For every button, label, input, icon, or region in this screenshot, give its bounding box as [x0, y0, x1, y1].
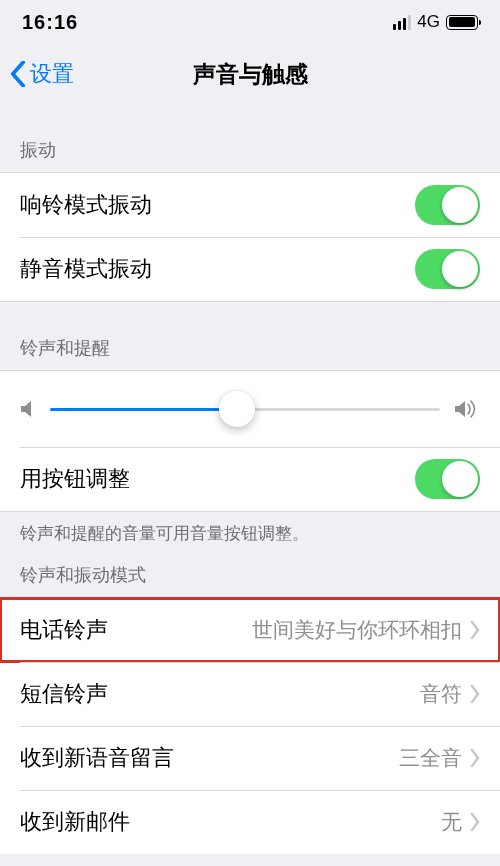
group-modes: 电话铃声 世间美好与你环环相扣 短信铃声 音符 收到新语音留言 三全音 收到新邮…	[0, 597, 500, 854]
chevron-left-icon	[10, 61, 26, 87]
nav-bar: 设置 声音与触感	[0, 44, 500, 104]
row-label: 用按钮调整	[20, 464, 130, 494]
row-value: 无	[130, 808, 462, 836]
row-label: 收到新语音留言	[20, 743, 174, 773]
battery-icon	[446, 15, 478, 30]
row-change-with-buttons[interactable]: 用按钮调整	[0, 447, 500, 511]
speaker-high-icon	[454, 398, 480, 420]
section-header-vibrate: 振动	[0, 104, 500, 172]
volume-slider[interactable]	[50, 391, 440, 427]
row-vibrate-on-silent[interactable]: 静音模式振动	[0, 237, 500, 301]
row-label: 收到新邮件	[20, 807, 130, 837]
signal-icon	[393, 15, 412, 30]
section-footer-ringer: 铃声和提醒的音量可用音量按钮调整。	[0, 512, 500, 545]
chevron-right-icon	[470, 749, 480, 767]
row-label: 响铃模式振动	[20, 190, 152, 220]
section-header-modes: 铃声和振动模式	[0, 545, 500, 597]
section-header-ringer: 铃声和提醒	[0, 302, 500, 370]
group-ringer: 用按钮调整	[0, 370, 500, 512]
row-volume-slider[interactable]	[0, 371, 500, 447]
switch-change-with-buttons[interactable]	[415, 459, 480, 499]
row-ringtone[interactable]: 电话铃声 世间美好与你环环相扣	[0, 598, 500, 662]
row-value: 世间美好与你环环相扣	[108, 616, 462, 644]
row-label: 静音模式振动	[20, 254, 152, 284]
back-label: 设置	[30, 59, 74, 89]
status-bar: 16:16 4G	[0, 0, 500, 44]
back-button[interactable]: 设置	[10, 59, 74, 89]
switch-vibrate-on-ring[interactable]	[415, 185, 480, 225]
row-label: 电话铃声	[20, 615, 108, 645]
switch-vibrate-on-silent[interactable]	[415, 249, 480, 289]
row-label: 短信铃声	[20, 679, 108, 709]
row-new-mail[interactable]: 收到新邮件 无	[0, 790, 500, 854]
row-value: 三全音	[174, 744, 462, 772]
status-indicators: 4G	[393, 12, 478, 32]
status-time: 16:16	[22, 11, 78, 34]
page-title: 声音与触感	[193, 59, 308, 90]
chevron-right-icon	[470, 685, 480, 703]
row-vibrate-on-ring[interactable]: 响铃模式振动	[0, 173, 500, 237]
chevron-right-icon	[470, 813, 480, 831]
row-value: 音符	[108, 680, 462, 708]
speaker-low-icon	[20, 399, 36, 419]
network-label: 4G	[417, 12, 440, 32]
row-new-voicemail[interactable]: 收到新语音留言 三全音	[0, 726, 500, 790]
group-vibrate: 响铃模式振动 静音模式振动	[0, 172, 500, 302]
row-text-tone[interactable]: 短信铃声 音符	[0, 662, 500, 726]
chevron-right-icon	[470, 621, 480, 639]
